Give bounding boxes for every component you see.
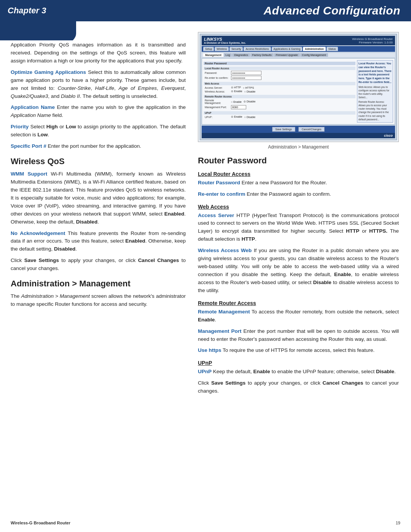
wireless-access-web-term: Wireless Access Web xyxy=(198,248,252,253)
admin-mgmt-heading: Administration > Management xyxy=(11,279,186,289)
ss-tabs: Management Log Diagnostics Factory Defau… xyxy=(202,53,395,57)
no-ack-para: No Acknowledgement This feature prevents… xyxy=(11,230,186,254)
ss-remote-enable: ○ Enable xyxy=(231,101,242,103)
linksys-sub: A Division of Cisco Systems, Inc. xyxy=(204,42,246,44)
screenshot-caption: Administration > Management xyxy=(198,144,399,150)
ss-nav-security: Security xyxy=(229,47,243,51)
ss-cisco-bar: cisco xyxy=(202,133,395,138)
ss-nav-wireless: Wireless xyxy=(215,47,229,51)
ss-wireless-label: Wireless Access: xyxy=(205,90,229,93)
ss-nav-apps: Applications & Gaming xyxy=(272,47,303,51)
ss-password-row: Password: •••••••••••••• xyxy=(204,70,355,75)
router-screenshot: LINKSYS A Division of Cisco Systems, Inc… xyxy=(198,32,399,142)
left-column: Application Priority Application Priorit… xyxy=(11,32,186,399)
ss-reenter-row: Re-enter to confirm: •••••••••••••• xyxy=(204,75,355,80)
ss-remote-disable: ⊙ Disable xyxy=(244,100,255,103)
local-router-heading: Local Router Access xyxy=(198,171,399,177)
ss-mgmt-port-row: Management Port: 8080 xyxy=(204,105,355,110)
router-password-term: Router Password xyxy=(198,180,240,185)
wireless-access-web-para: Wireless Access Web If you are using the… xyxy=(198,247,399,295)
ss-wireless-access-row: Wireless Access: ⊙ Enable ○ Disable xyxy=(204,89,355,93)
ss-body: Router Password Local Router Access Pass… xyxy=(202,58,395,125)
ss-nav-status: Status xyxy=(327,47,338,51)
ss-main-panel: Router Password Local Router Access Pass… xyxy=(204,60,355,123)
mgmt-port-term: Management Port xyxy=(198,328,242,334)
ss-tab-firmware: Firmware Upgrade xyxy=(274,53,300,57)
ss-disable-radio: ○ Disable xyxy=(244,90,256,93)
ss-enable-radio: ⊙ Enable xyxy=(231,90,242,93)
ss-nav-admin: Administration xyxy=(303,47,325,51)
ss-side-web-access: Web Access: Allows you to configure acce… xyxy=(358,85,392,99)
ss-product-name: Wireless G Broadband Router xyxy=(352,37,393,41)
ss-pw-label: Password: xyxy=(205,72,229,74)
ss-mgmt-port-input: 8080 xyxy=(231,105,246,109)
ss-nav-access: Access Restrictions xyxy=(244,47,271,51)
footer: Wireless-G Broadband Router 19 xyxy=(11,521,400,525)
ss-remote-router-label: Remote Router Access xyxy=(204,95,355,98)
access-server-term: Access Server xyxy=(198,212,234,218)
upnp-term: UPnP xyxy=(198,369,212,374)
ss-mgmt-port-label: Management Port: xyxy=(205,106,229,109)
optimize-term: Optimize Gaming Applications xyxy=(11,69,86,75)
header-bar: Chapter 3 Advanced Configuration xyxy=(0,0,411,21)
priority-term: Priority xyxy=(11,124,29,129)
remote-router-heading: Remote Router Access xyxy=(198,300,399,306)
ss-https-radio: ○ HTTPS xyxy=(243,86,254,89)
wmm-para: WMM Support Wi-Fi Multimedia (WMM), form… xyxy=(11,170,186,226)
ss-web-access-label: Web Access xyxy=(204,82,355,85)
ss-cancel-button[interactable]: Cancel/Changes xyxy=(298,127,325,132)
page-title: Advanced Configuration xyxy=(264,4,400,17)
ss-remote-mgmt-label: Remote Management: xyxy=(205,99,229,104)
ss-upnp-field-label: UPnP: xyxy=(205,116,229,118)
reenter-term: Re-enter to confirm xyxy=(198,191,245,197)
footer-page-number: 19 xyxy=(396,521,400,525)
ss-tab-management: Management xyxy=(203,53,223,57)
upnp-para: UPnP Keep the default, Enable to enable … xyxy=(198,368,399,376)
ss-access-server-label: Access Server: xyxy=(205,86,229,89)
ss-upnp-radio: ⊙ Enable ○ Disable xyxy=(231,115,255,118)
wmm-term: WMM Support xyxy=(11,171,47,177)
ss-product-title: Wireless G Broadband Router Firmware Ver… xyxy=(352,37,393,44)
ss-firmware: Firmware Version: 1.0.00 xyxy=(352,41,393,44)
ss-remote-mgmt-row: Remote Management: ○ Enable ⊙ Disable xyxy=(204,99,355,105)
ss-upnp-enable: ⊙ Enable xyxy=(231,115,242,118)
ss-logo-area: LINKSYS A Division of Cisco Systems, Inc… xyxy=(204,37,246,44)
mgmt-port-para: Management Port Enter the port number th… xyxy=(198,328,399,343)
ss-upnp-label-row: UPnP xyxy=(204,111,355,115)
ss-tab-config: Config Management xyxy=(300,53,328,57)
ss-reenter-label: Re-enter to confirm: xyxy=(205,77,229,79)
ss-save-button[interactable]: Save Settings xyxy=(272,127,295,132)
app-priority-body: Application Priority QoS manages informa… xyxy=(11,41,186,65)
no-ack-term: No Acknowledgement xyxy=(11,230,65,236)
linksys-logo: LINKSYS A Division of Cisco Systems, Inc… xyxy=(204,37,246,44)
footer-product: Wireless-G Broadband Router xyxy=(11,521,70,525)
ss-access-server-radio: ⊙ HTTP ○ HTTPS xyxy=(231,86,254,89)
ss-nav: Setup Wireless Security Access Restricti… xyxy=(202,46,395,52)
use-https-para: Use https To require the use of HTTPS fo… xyxy=(198,347,399,355)
ss-wireless-radio: ⊙ Enable ○ Disable xyxy=(231,90,255,93)
upnp-heading: UPnP xyxy=(198,360,399,366)
specific-port-para: Specific Port # Enter the port number fo… xyxy=(11,142,186,150)
wireless-qos-heading: Wireless QoS xyxy=(11,157,186,166)
ss-side-remote: Remote Router Access: Allows you to acce… xyxy=(358,100,392,121)
header-arc-decoration xyxy=(0,21,76,40)
main-content: Application Priority Application Priorit… xyxy=(0,21,411,409)
chapter-label: Chapter 3 xyxy=(8,6,46,16)
ss-upnp-disable: ○ Disable xyxy=(244,116,256,118)
ss-access-server-row: Access Server: ⊙ HTTP ○ HTTPS xyxy=(204,86,355,89)
router-password-heading: Router Password xyxy=(198,156,399,166)
ss-side-title: Local Router Access: You can view the Ro… xyxy=(358,62,392,84)
app-name-term: Application Name xyxy=(11,104,55,110)
ss-cisco-logo: cisco xyxy=(384,134,393,137)
optimize-para: Optimize Gaming Applications Select this… xyxy=(11,69,186,101)
ss-nav-setup: Setup xyxy=(203,47,214,51)
ss-upnp-row: UPnP: ⊙ Enable ○ Disable xyxy=(204,115,355,119)
ss-local-router-label: Local Router Access xyxy=(204,67,355,70)
ss-remote-radio: ○ Enable ⊙ Disable xyxy=(231,100,255,103)
app-name-para: Application Name Enter the name you wish… xyxy=(11,104,186,120)
specific-port-term: Specific Port # xyxy=(11,143,46,149)
screenshot-inner: LINKSYS A Division of Cisco Systems, Inc… xyxy=(200,34,397,140)
ss-header: LINKSYS A Division of Cisco Systems, Inc… xyxy=(202,36,395,45)
right-column: LINKSYS A Division of Cisco Systems, Inc… xyxy=(198,32,399,399)
priority-para: Priority Select High or Low to assign pr… xyxy=(11,123,186,139)
